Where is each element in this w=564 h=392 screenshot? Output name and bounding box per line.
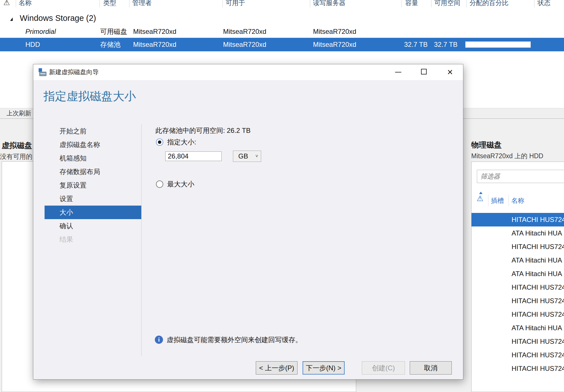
allocated-percent-bar bbox=[465, 41, 531, 48]
pool-type: 存储池 bbox=[100, 38, 120, 51]
column-header-type[interactable]: 类型 bbox=[103, 0, 116, 7]
disk-row[interactable]: HITACHI HUS724 bbox=[472, 348, 564, 362]
column-header-capacity[interactable]: 容量 bbox=[405, 0, 418, 7]
pool-type: 可用磁盘 bbox=[100, 26, 127, 37]
disk-row[interactable]: ATA Hitachi HUA bbox=[472, 226, 564, 240]
disk-row[interactable]: ATA Hitachi HUA bbox=[472, 267, 564, 281]
column-separator bbox=[99, 0, 100, 7]
step-virtual-disk-name[interactable]: 虚拟磁盘名称 bbox=[33, 138, 141, 151]
warning-column-icon: ⚠ bbox=[477, 194, 483, 203]
minimize-button[interactable] bbox=[392, 67, 404, 78]
step-size-selected[interactable]: 大小 bbox=[45, 206, 141, 219]
column-header-availto[interactable]: 可用于 bbox=[226, 0, 245, 7]
pool-available-to: MitseaR720xd bbox=[223, 26, 266, 37]
dialog-title: 新建虚拟磁盘向导 bbox=[49, 64, 99, 80]
step-enclosure-awareness[interactable]: 机箱感知 bbox=[33, 151, 141, 165]
column-header-name[interactable]: 名称 bbox=[19, 0, 32, 7]
column-header-rwserver[interactable]: 读写服务器 bbox=[313, 0, 345, 7]
info-icon: i bbox=[155, 336, 163, 344]
disk-row[interactable]: HITACHI HUS724 bbox=[472, 281, 564, 294]
create-button-disabled: 创建(C) bbox=[362, 361, 405, 375]
maximum-size-radio[interactable] bbox=[156, 180, 163, 188]
disk-row[interactable]: HITACHI HUS724 bbox=[472, 294, 564, 308]
step-settings[interactable]: 设置 bbox=[33, 192, 141, 206]
pool-rw-server: MitseaR720xd bbox=[313, 26, 356, 37]
step-before-you-begin[interactable]: 开始之前 bbox=[33, 124, 141, 138]
virtual-disks-title: 虚拟磁盘 bbox=[2, 140, 32, 151]
new-virtual-disk-wizard-dialog: 新建虚拟磁盘向导 ✕ 指定虚拟磁盘大小 开始之前 虚拟磁盘名称 机箱感知 存储数… bbox=[33, 64, 463, 380]
pool-capacity: 32.7 TB bbox=[404, 38, 428, 51]
disk-row[interactable]: HITACHI HUS724 bbox=[472, 240, 564, 254]
previous-button[interactable]: < 上一步(P) bbox=[256, 361, 298, 375]
chevron-down-icon: ˅ bbox=[255, 151, 258, 162]
disk-row[interactable]: HITACHI HUS724 bbox=[472, 308, 564, 321]
group-collapse-triangle-icon[interactable] bbox=[10, 17, 13, 21]
next-button[interactable]: 下一步(N) > bbox=[303, 361, 345, 375]
table-row-hdd-selected[interactable]: HDD 存储池 MitseaR720xd MitseaR720xd Mitsea… bbox=[0, 38, 564, 51]
filter-input[interactable] bbox=[477, 170, 564, 183]
size-unit-value: GB bbox=[238, 151, 248, 162]
column-header-freespace[interactable]: 可用空间 bbox=[434, 0, 460, 7]
column-header-diskname[interactable]: 名称 bbox=[511, 193, 524, 208]
physical-disks-panel: ⚠ 插槽 名称 HITACHI HUS724 ATA Hitachi HUA H… bbox=[471, 162, 564, 392]
close-icon: ✕ bbox=[447, 68, 453, 76]
physical-disks-title: 物理磁盘 bbox=[471, 140, 502, 150]
disks-table-header: ⚠ 插槽 名称 bbox=[472, 193, 564, 208]
column-separator bbox=[222, 0, 223, 7]
pool-rw-server: MitseaR720xd bbox=[313, 38, 356, 51]
pool-free-space: 32.7 TB bbox=[434, 38, 458, 51]
column-header-managedby[interactable]: 管理者 bbox=[132, 0, 152, 7]
disk-row[interactable]: ATA Hitachi HUA bbox=[472, 321, 564, 335]
column-separator bbox=[534, 0, 534, 7]
close-button[interactable]: ✕ bbox=[444, 67, 456, 78]
column-separator bbox=[508, 195, 509, 206]
maximum-size-label: 最大大小 bbox=[167, 180, 194, 188]
step-resiliency-settings[interactable]: 复原设置 bbox=[33, 179, 141, 192]
pool-available-to: MitseaR720xd bbox=[223, 38, 266, 51]
dialog-titlebar: 新建虚拟磁盘向导 ✕ bbox=[33, 64, 463, 80]
warning-column-icon: ⚠ bbox=[3, 0, 10, 7]
column-separator bbox=[16, 0, 16, 7]
last-refreshed-label: 上次刷新 bbox=[6, 108, 31, 118]
pool-managed-by: MitseaR720xd bbox=[133, 26, 176, 37]
column-header-status[interactable]: 状态 bbox=[537, 0, 550, 7]
disks-list: HITACHI HUS724 ATA Hitachi HUA HITACHI H… bbox=[472, 213, 564, 375]
disk-row[interactable]: HITACHI HUS724 bbox=[472, 335, 564, 348]
specify-size-label: 指定大小: bbox=[167, 138, 196, 146]
virtual-disks-empty-text: 没有可用的 bbox=[0, 152, 32, 161]
pool-managed-by: MitseaR720xd bbox=[133, 38, 176, 51]
pools-table-header: ⚠ 名称 类型 管理者 可用于 读写服务器 容量 可用空间 分配的百分比 状态 bbox=[0, 0, 564, 7]
physical-disks-subtitle: MitseaR720xd 上的 HDD bbox=[471, 152, 543, 160]
maximize-icon bbox=[421, 69, 427, 74]
pool-group-title[interactable]: Windows Storage (2) bbox=[20, 14, 96, 23]
cancel-button[interactable]: 取消 bbox=[410, 361, 452, 375]
size-unit-select[interactable]: GB ˅ bbox=[233, 151, 261, 162]
minimize-icon bbox=[395, 72, 401, 72]
disk-row[interactable]: HITACHI HUS724 bbox=[472, 213, 564, 226]
step-confirmation[interactable]: 确认 bbox=[33, 219, 141, 233]
column-separator bbox=[431, 0, 431, 7]
table-row-primordial[interactable]: Primordial 可用磁盘 MitseaR720xd MitseaR720x… bbox=[0, 26, 564, 37]
step-storage-layout[interactable]: 存储数据布局 bbox=[33, 165, 141, 179]
steps-content-divider bbox=[141, 124, 142, 356]
column-header-slot[interactable]: 插槽 bbox=[491, 193, 504, 208]
specify-size-radio[interactable] bbox=[156, 138, 163, 146]
column-header-percent[interactable]: 分配的百分比 bbox=[470, 0, 508, 7]
info-message-text: 虚拟磁盘可能需要额外空间来创建回写缓存。 bbox=[167, 336, 302, 344]
maximize-button[interactable] bbox=[418, 67, 430, 78]
server-manager-screen: ⚠ 名称 类型 管理者 可用于 读写服务器 容量 可用空间 分配的百分比 状态 … bbox=[0, 0, 564, 392]
pool-free-space-text: 此存储池中的可用空间: 26.2 TB bbox=[155, 126, 250, 135]
size-value-input[interactable] bbox=[165, 151, 222, 161]
wizard-steps-nav: 开始之前 虚拟磁盘名称 机箱感知 存储数据布局 复原设置 设置 大小 确认 结果 bbox=[33, 124, 141, 246]
column-separator bbox=[402, 0, 402, 7]
disk-row[interactable]: ATA Hitachi HUA bbox=[472, 254, 564, 267]
column-separator bbox=[488, 195, 488, 206]
step-results: 结果 bbox=[33, 233, 141, 246]
pool-name: Primordial bbox=[25, 26, 56, 37]
column-separator bbox=[466, 0, 467, 7]
sort-ascending-icon bbox=[479, 192, 483, 194]
pool-name: HDD bbox=[25, 38, 40, 51]
disk-row[interactable]: HITACHI HUS724 bbox=[472, 362, 564, 375]
column-separator bbox=[310, 0, 310, 7]
wizard-page-heading: 指定虚拟磁盘大小 bbox=[43, 89, 136, 104]
